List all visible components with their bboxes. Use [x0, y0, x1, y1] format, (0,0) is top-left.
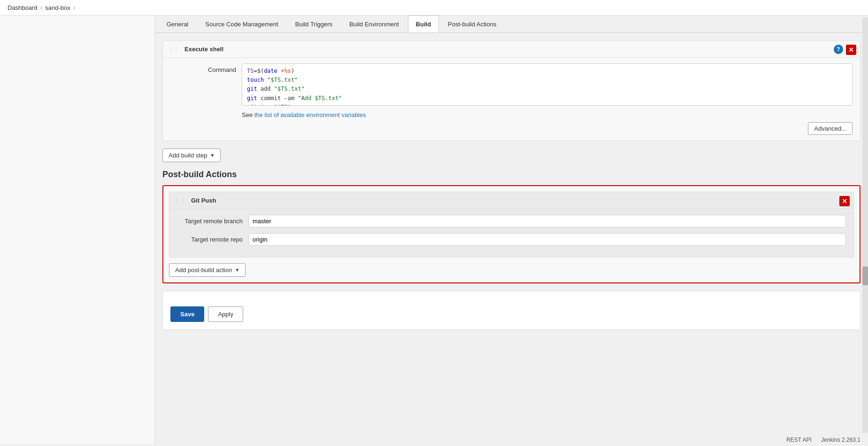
command-row: Command TS=$(date +%s) touch "$TS.txt" g…	[170, 63, 853, 106]
command-code-block[interactable]: TS=$(date +%s) touch "$TS.txt" git add "…	[242, 63, 853, 106]
scrollbar-thumb[interactable]	[862, 266, 868, 285]
tab-build-triggers[interactable]: Build Triggers	[287, 16, 340, 32]
env-link-prefix: See	[242, 111, 254, 118]
target-branch-row: Target remote branch	[177, 215, 846, 227]
advanced-button[interactable]: Advanced...	[808, 122, 853, 135]
code-line-2: touch "$TS.txt"	[247, 76, 847, 85]
tab-general[interactable]: General	[159, 16, 196, 32]
target-repo-label: Target remote repo	[177, 233, 243, 243]
left-sidebar	[0, 16, 155, 444]
add-build-step-row: Add build step ▼	[162, 149, 860, 162]
add-post-build-row: Add post-build action ▼	[169, 263, 854, 277]
post-build-title: Post-build Actions	[162, 170, 860, 180]
execute-shell-header: ⋮⋮ Execute shell	[163, 41, 860, 58]
add-post-build-label: Add post-build action	[175, 266, 232, 274]
scrollbar[interactable]	[862, 17, 868, 433]
add-post-build-button[interactable]: Add post-build action ▼	[169, 263, 246, 277]
git-push-title: Git Push	[191, 197, 216, 204]
tab-build-env[interactable]: Build Environment	[341, 16, 407, 32]
git-push-section: ⋮⋮ Git Push ✕ Target remote branch Targe…	[169, 192, 854, 258]
command-label: Command	[170, 63, 236, 73]
target-branch-input[interactable]	[248, 215, 846, 227]
breadcrumb: Dashboard › sand-box ›	[0, 0, 868, 16]
git-push-drag-handle-icon[interactable]: ⋮⋮	[175, 197, 185, 203]
env-link-row: See the list of available environment va…	[242, 111, 853, 118]
add-build-step-label: Add build step	[169, 152, 207, 159]
post-build-actions-section: Post-build Actions ⋮⋮ Git Push ✕ Target …	[162, 170, 860, 283]
code-line-3: git add "$TS.txt"	[247, 85, 847, 94]
rest-api-label[interactable]: REST API	[786, 437, 812, 443]
target-repo-row: Target remote repo	[177, 233, 846, 246]
code-line-1: TS=$(date +%s)	[247, 67, 847, 76]
action-buttons-container: Save Apply	[162, 291, 860, 330]
breadcrumb-sep2: ›	[73, 4, 76, 11]
help-icon[interactable]: ?	[834, 45, 843, 54]
execute-shell-title: Execute shell	[184, 46, 223, 53]
git-push-body: Target remote branch Target remote repo	[169, 209, 853, 257]
apply-button[interactable]: Apply	[208, 306, 243, 322]
advanced-btn-row: Advanced...	[170, 122, 853, 135]
target-repo-input[interactable]	[248, 233, 846, 246]
footer: REST API Jenkins 2.263.1	[779, 434, 868, 446]
execute-shell-section: ⋮⋮ Execute shell ✕ ? Command TS=$(date +…	[162, 40, 860, 141]
action-buttons: Save Apply	[170, 306, 853, 322]
jenkins-version-label: Jenkins 2.263.1	[821, 437, 860, 443]
execute-shell-close-button[interactable]: ✕	[846, 45, 856, 55]
save-button[interactable]: Save	[170, 306, 204, 322]
drag-handle-icon[interactable]: ⋮⋮	[169, 46, 179, 52]
add-post-build-chevron-icon: ▼	[235, 267, 239, 273]
breadcrumb-sandbox[interactable]: sand-box	[45, 4, 70, 11]
git-push-close-button[interactable]: ✕	[839, 196, 850, 206]
add-build-step-button[interactable]: Add build step ▼	[162, 149, 221, 162]
chevron-down-icon: ▼	[210, 153, 215, 158]
breadcrumb-sep1: ›	[40, 4, 43, 11]
execute-shell-body: Command TS=$(date +%s) touch "$TS.txt" g…	[163, 58, 860, 141]
target-branch-label: Target remote branch	[177, 215, 243, 225]
tab-build[interactable]: Build	[408, 16, 439, 32]
center-panel: General Source Code Management Build Tri…	[155, 16, 868, 444]
git-push-header: ⋮⋮ Git Push	[169, 192, 853, 209]
breadcrumb-dashboard[interactable]: Dashboard	[8, 4, 38, 11]
tab-post-build[interactable]: Post-build Actions	[440, 16, 504, 32]
tab-bar: General Source Code Management Build Tri…	[155, 16, 868, 33]
code-line-5: git tag "$TS"	[247, 103, 847, 106]
tab-content: ⋮⋮ Execute shell ✕ ? Command TS=$(date +…	[155, 33, 868, 337]
code-line-4: git commit -am "Add $TS.txt"	[247, 94, 847, 103]
tab-source-code[interactable]: Source Code Management	[197, 16, 286, 32]
post-build-outline: ⋮⋮ Git Push ✕ Target remote branch Targe…	[162, 185, 860, 283]
env-link[interactable]: the list of available environment variab…	[254, 111, 366, 118]
